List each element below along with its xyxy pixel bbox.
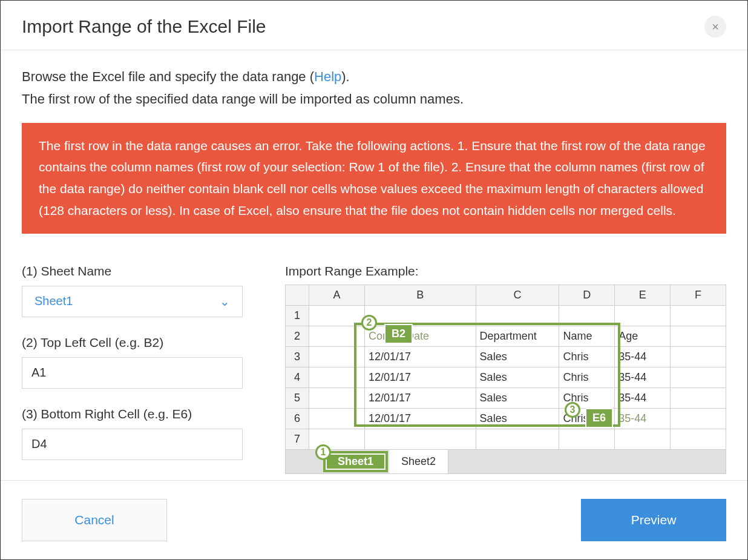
example-column: Import Range Example: A B C D E F 1 bbox=[285, 264, 726, 478]
top-left-group: (2) Top Left Cell (e.g. B2) bbox=[22, 335, 243, 389]
bottom-right-group: (3) Bottom Right Cell (e.g. E6) bbox=[22, 407, 243, 460]
close-icon: × bbox=[712, 20, 719, 34]
cell: Sales bbox=[476, 387, 559, 408]
cell: Chris bbox=[559, 387, 615, 408]
col-header: A bbox=[309, 285, 365, 305]
cell: 12/01/17 bbox=[364, 387, 476, 408]
error-message: The first row in the data range causes a… bbox=[22, 123, 726, 234]
row-header: 4 bbox=[286, 367, 309, 387]
col-header: E bbox=[615, 285, 671, 305]
cell: Sales bbox=[476, 346, 559, 367]
sheet-tabs: Sheet1 Sheet2 bbox=[285, 450, 726, 474]
corner-cell bbox=[286, 285, 309, 305]
dialog-title: Import Range of the Excel File bbox=[22, 16, 266, 37]
intro-pretext: Browse the Excel file and specify the da… bbox=[22, 69, 314, 84]
example-label: Import Range Example: bbox=[285, 264, 726, 278]
cell: 35-44 bbox=[615, 346, 671, 367]
b2-badge: B2 bbox=[384, 324, 413, 344]
intro-line-1: Browse the Excel file and specify the da… bbox=[22, 65, 726, 88]
cancel-button[interactable]: Cancel bbox=[22, 499, 167, 541]
close-button[interactable]: × bbox=[704, 16, 726, 38]
row-header: 5 bbox=[286, 387, 309, 408]
col-header: C bbox=[476, 285, 559, 305]
cell: Chris bbox=[559, 346, 615, 367]
sheet-name-select[interactable]: Sheet1 ⌄ bbox=[22, 286, 243, 317]
help-link[interactable]: Help bbox=[314, 69, 341, 84]
dialog-body: Browse the Excel file and specify the da… bbox=[1, 50, 747, 480]
dialog-header: Import Range of the Excel File × bbox=[1, 1, 747, 50]
col-header: F bbox=[671, 285, 726, 305]
sheet-tab[interactable]: Sheet2 bbox=[389, 450, 448, 473]
import-range-dialog: Import Range of the Excel File × Browse … bbox=[1, 1, 747, 559]
cell: Department bbox=[476, 326, 559, 346]
row-header: 1 bbox=[286, 305, 309, 326]
col-header: B bbox=[364, 285, 476, 305]
cell: Name bbox=[559, 326, 615, 346]
row-header: 7 bbox=[286, 429, 309, 449]
form-column: (1) Sheet Name Sheet1 ⌄ (2) Top Left Cel… bbox=[22, 264, 243, 478]
sheet-tab-active[interactable]: Sheet1 bbox=[323, 451, 388, 472]
cell: 35-44 bbox=[615, 387, 671, 408]
cell: ContactDate bbox=[364, 326, 476, 346]
cell: 35-44 bbox=[615, 367, 671, 387]
intro-line-2: The first row of the specified data rang… bbox=[22, 88, 726, 110]
cell: 35-44 bbox=[615, 408, 671, 429]
intro-posttext: ). bbox=[341, 69, 349, 84]
preview-button[interactable]: Preview bbox=[581, 499, 726, 541]
example-table: A B C D E F 1 2ContactDateDepartmentName… bbox=[285, 285, 726, 450]
example-wrap: A B C D E F 1 2ContactDateDepartmentName… bbox=[285, 285, 726, 474]
row-header: 2 bbox=[286, 326, 309, 346]
col-header: D bbox=[559, 285, 615, 305]
sheet-name-group: (1) Sheet Name Sheet1 ⌄ bbox=[22, 264, 243, 317]
dialog-footer: Cancel Preview bbox=[1, 480, 747, 559]
bottom-right-label: (3) Bottom Right Cell (e.g. E6) bbox=[22, 407, 243, 421]
chevron-down-icon: ⌄ bbox=[220, 294, 230, 309]
cell: Sales bbox=[476, 367, 559, 387]
top-left-input[interactable] bbox=[22, 357, 243, 389]
top-left-label: (2) Top Left Cell (e.g. B2) bbox=[22, 335, 243, 350]
e6-badge: E6 bbox=[585, 408, 613, 428]
cell: 12/01/17 bbox=[364, 408, 476, 429]
sheet-name-label: (1) Sheet Name bbox=[22, 264, 243, 278]
content-row: (1) Sheet Name Sheet1 ⌄ (2) Top Left Cel… bbox=[22, 264, 726, 478]
cell: Sales bbox=[476, 408, 559, 429]
sheet-name-value: Sheet1 bbox=[34, 294, 73, 308]
cell: Chris bbox=[559, 367, 615, 387]
cell: 12/01/17 bbox=[364, 346, 476, 367]
row-header: 6 bbox=[286, 408, 309, 429]
cell: Age bbox=[615, 326, 671, 346]
bottom-right-input[interactable] bbox=[22, 429, 243, 460]
cell: 12/01/17 bbox=[364, 367, 476, 387]
row-header: 3 bbox=[286, 346, 309, 367]
